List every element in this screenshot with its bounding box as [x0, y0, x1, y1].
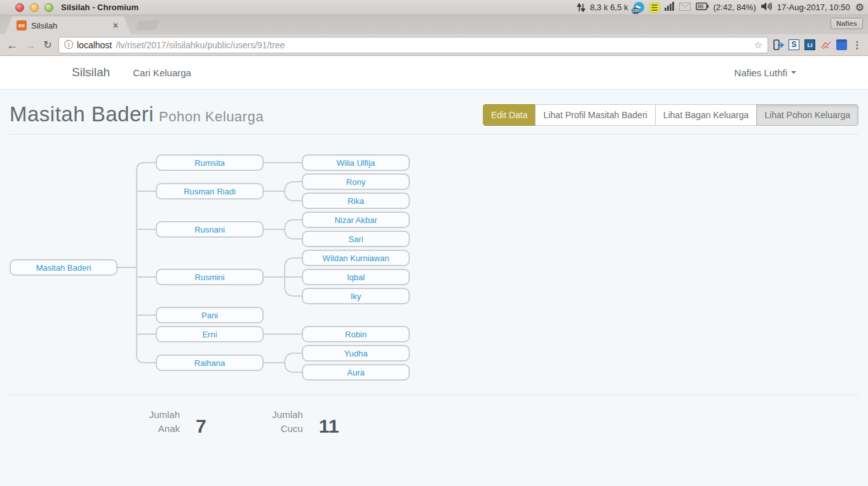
- tree-node-grandchild[interactable]: Nizar Akbar: [302, 212, 410, 228]
- stat-cucu-label: Jumlah Cucu: [260, 408, 303, 436]
- bookmark-star-icon[interactable]: ☆: [754, 39, 763, 51]
- window-maximize-button[interactable]: [44, 3, 53, 12]
- navbar-user-name: Nafies Luthfi: [735, 67, 787, 78]
- mail-icon[interactable]: [679, 3, 691, 13]
- navbar-user-dropdown[interactable]: Nafies Luthfi: [735, 67, 796, 78]
- extension-blue-icon[interactable]: [836, 39, 847, 50]
- page-content: Masitah BaderiPohon Keluarga Edit Data L…: [0, 90, 868, 436]
- page-info-icon[interactable]: ⓘ: [64, 39, 73, 51]
- window-close-button[interactable]: [15, 3, 24, 12]
- telegram-unread-badge: 289: [632, 8, 641, 14]
- browser-toolbar: ← → ↻ ⓘ localhost /lv/riset/2017/silsila…: [0, 34, 868, 56]
- battery-icon[interactable]: [696, 3, 709, 12]
- window-minimize-button[interactable]: [30, 3, 39, 12]
- stat-anak-label: Jumlah Anak: [137, 408, 180, 436]
- tree-node-grandchild[interactable]: Wilia Ulfija: [302, 154, 410, 171]
- lihat-bagan-button[interactable]: Lihat Bagan Keluarga: [655, 104, 757, 126]
- header-divider: [10, 134, 858, 135]
- extension-red-icon[interactable]: [820, 39, 832, 51]
- browser-profile-chip[interactable]: Nafies: [831, 18, 863, 29]
- browser-menu-icon[interactable]: ⋮: [851, 39, 863, 51]
- window-title: Silsilah - Chromium: [61, 3, 139, 12]
- clock-label: 17-Aug-2017, 10:50: [777, 3, 850, 12]
- notes-indicator-icon[interactable]: [649, 3, 660, 13]
- url-host: localhost: [77, 40, 112, 50]
- navbar-link-cari-keluarga[interactable]: Cari Keluarga: [133, 67, 191, 78]
- address-bar[interactable]: ⓘ localhost /lv/riset/2017/silsilahku/pu…: [58, 37, 768, 53]
- chevron-down-icon: [791, 71, 796, 74]
- tab-favicon-icon: ee: [17, 20, 27, 30]
- tab-close-icon[interactable]: ×: [112, 20, 119, 30]
- tree-node-grandchild[interactable]: Wildan Kurniawan: [302, 250, 410, 266]
- tab-strip: ee Silsilah × Nafies: [0, 15, 868, 34]
- tree-node-grandchild[interactable]: Sari: [302, 231, 410, 247]
- tree-node-grandchild[interactable]: Iqbal: [302, 269, 410, 285]
- lihat-profil-button[interactable]: Lihat Profil Masitah Baderi: [535, 104, 655, 126]
- stat-anak-value: 7: [196, 417, 207, 436]
- gear-icon[interactable]: ⚙: [855, 3, 864, 13]
- site-navbar: Silsilah Cari Keluarga Nafies Luthfi: [0, 56, 868, 90]
- edit-data-button[interactable]: Edit Data: [483, 104, 536, 126]
- tree-node-child[interactable]: Rusman Riadi: [156, 183, 264, 199]
- forward-icon[interactable]: →: [23, 39, 37, 51]
- reload-icon[interactable]: ↻: [41, 39, 55, 51]
- family-tree: Masitah Baderi Rumsita Rusman Riadi Rusn…: [10, 149, 858, 382]
- new-tab-button[interactable]: [135, 20, 160, 30]
- lihat-pohon-button[interactable]: Lihat Pohon Keluarga: [756, 104, 858, 126]
- extension-li-icon[interactable]: LI: [804, 39, 815, 50]
- tab-title: Silsilah: [31, 21, 112, 30]
- signal-strength-icon[interactable]: [665, 2, 674, 13]
- tree-connectors: [10, 149, 858, 382]
- page-action-buttons: Edit Data Lihat Profil Masitah Baderi Li…: [483, 104, 858, 126]
- tree-node-grandchild[interactable]: Aura: [302, 364, 410, 381]
- stat-cucu-value: 11: [319, 417, 339, 436]
- battery-status-label: (2:42, 84%): [714, 3, 756, 12]
- extension-phone-icon[interactable]: [772, 39, 784, 51]
- window-titlebar: Silsilah - Chromium 8,3 k 6,5 k 289: [0, 0, 868, 15]
- stats-row: Jumlah Anak 7 Jumlah Cucu 11: [10, 408, 858, 436]
- screen: Silsilah - Chromium 8,3 k 6,5 k 289: [0, 0, 868, 486]
- tree-node-grandchild[interactable]: Rony: [302, 173, 410, 190]
- tree-node-child[interactable]: Erni: [156, 326, 264, 342]
- tree-node-grandchild[interactable]: Robin: [302, 326, 410, 342]
- extension-s-icon[interactable]: S: [789, 39, 799, 50]
- tree-node-root[interactable]: Masitah Baderi: [10, 259, 118, 276]
- tree-node-child[interactable]: Rusnani: [156, 221, 264, 238]
- tree-node-grandchild[interactable]: Iky: [302, 288, 410, 304]
- network-updown-icon[interactable]: [577, 3, 585, 12]
- back-icon[interactable]: ←: [5, 39, 19, 51]
- page-title: Masitah BaderiPohon Keluarga: [10, 102, 264, 126]
- stat-jumlah-cucu: Jumlah Cucu 11: [260, 408, 339, 436]
- navbar-brand[interactable]: Silsilah: [72, 65, 110, 79]
- volume-icon[interactable]: [761, 2, 772, 13]
- tree-node-child[interactable]: Rumsita: [156, 154, 264, 171]
- window-controls: [15, 3, 53, 12]
- stat-jumlah-anak: Jumlah Anak 7: [137, 408, 207, 436]
- person-name-heading: Masitah Baderi: [10, 102, 154, 126]
- telegram-icon[interactable]: 289: [634, 2, 644, 13]
- tree-node-child[interactable]: Raihana: [156, 354, 264, 371]
- tree-node-child[interactable]: Pani: [156, 307, 264, 323]
- browser-tab-silsilah[interactable]: ee Silsilah ×: [5, 17, 131, 34]
- page-subtitle: Pohon Keluarga: [159, 109, 264, 125]
- tree-node-grandchild[interactable]: Rika: [302, 192, 410, 209]
- network-speed-label: 8,3 k 6,5 k: [590, 3, 628, 12]
- url-path: /lv/riset/2017/silsilahku/public/users/9…: [116, 40, 750, 50]
- system-tray: 8,3 k 6,5 k 289: [577, 2, 864, 13]
- webpage: Silsilah Cari Keluarga Nafies Luthfi Mas…: [0, 56, 868, 486]
- stats-divider: [10, 395, 858, 395]
- tree-node-child[interactable]: Rusmini: [156, 269, 264, 285]
- tree-node-grandchild[interactable]: Yudha: [302, 345, 410, 361]
